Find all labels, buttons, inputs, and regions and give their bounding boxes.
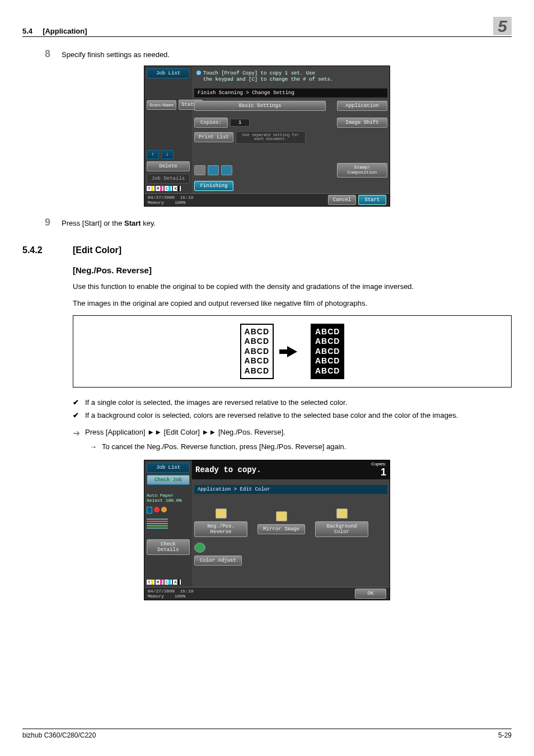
bullet-2: ✔ If a background color is selected, col… [73, 410, 512, 421]
bullet-1-text: If a single color is selected, the image… [85, 398, 347, 408]
arrow-right-icon: → [90, 442, 102, 452]
color-mode-icons [147, 507, 190, 514]
footer-page-num: 5-29 [498, 731, 512, 739]
step-8: 8 Specify finish settings as needed. [22, 48, 512, 60]
step-9: 9 Press [Start] or the Start key. [22, 217, 512, 228]
negpos-icon [216, 508, 227, 519]
job-list-button[interactable]: Job List [147, 463, 190, 473]
bullet-1: ✔ If a single color is selected, the ima… [73, 398, 512, 408]
footer-datetime: 04/27/2009 15:19 Memory 100% [148, 589, 194, 599]
finishing-icon-3 [221, 165, 232, 175]
subheading-negpos: [Neg./Pos. Reverse] [73, 265, 512, 275]
screenshot-finish-settings: Job List Scan/Name Status ↑ ↓ Delete Job… [144, 66, 390, 207]
hint-message: Touch [Proof Copy] to copy 1 set. Usethe… [194, 68, 387, 85]
paragraph-2: The images in the original are copied an… [73, 298, 512, 309]
info-icon [196, 71, 201, 75]
header-section-title: [Application] [43, 27, 87, 35]
stamp-composition-button[interactable]: Stamp/ Composition [337, 163, 387, 178]
footer-product: bizhub C360/C280/C220 [22, 731, 96, 739]
finishing-button[interactable]: Finishing [194, 181, 233, 191]
image-shift-button[interactable]: Image Shift [337, 118, 387, 128]
background-color-button[interactable]: Background Color [315, 521, 368, 537]
breadcrumb-bar: Application > Edit Color [194, 485, 387, 494]
mirror-image-button[interactable]: Mirror Image [257, 524, 305, 534]
check-icon: ✔ [73, 398, 85, 408]
color-adjust-icon [194, 543, 205, 553]
ymck-indicator: Y M C K [147, 186, 190, 191]
heading-title: [Edit Color] [73, 245, 121, 255]
procedure-text: Press [Application] ►► [Edit Color] ►► [… [85, 427, 285, 440]
mirror-icon [276, 511, 287, 521]
header-chapter-num: 5 [493, 17, 512, 35]
abcd-negative: ABCD ABCD ABCD ABCD ABCD [311, 324, 344, 380]
sort-label: Scan/Name [147, 100, 176, 110]
ymck-indicator: Y M C K [147, 580, 190, 585]
arrow-right-icon: ➔ [73, 427, 85, 440]
heading-5-4-2: 5.4.2 [Edit Color] [22, 245, 512, 255]
negpos-reverse-button[interactable]: Neg./Pos. Reverse [194, 521, 247, 537]
arrow-right-icon [287, 346, 297, 357]
screenshot-edit-color: Job List Check Job Auto Paper Select 100… [144, 460, 390, 600]
copies-value: 1 [230, 119, 250, 127]
auto-paper-label: Auto Paper Select 100.0% [147, 493, 190, 503]
bgcolor-icon [336, 508, 348, 519]
negpos-diagram: ABCD ABCD ABCD ABCD ABCD ABCD ABCD ABCD … [73, 315, 512, 388]
print-list-button[interactable]: Print List [194, 132, 233, 142]
job-list-button[interactable]: Job List [147, 68, 190, 78]
cancel-button[interactable]: Cancel [328, 195, 356, 205]
check-details-button[interactable]: Check Details [147, 539, 190, 555]
step-9-number: 9 [22, 217, 62, 228]
header-section-num: 5.4 [22, 27, 32, 35]
start-button[interactable]: Start [358, 195, 386, 205]
check-icon: ✔ [73, 410, 85, 421]
heading-number: 5.4.2 [22, 245, 73, 255]
page-footer: bizhub C360/C280/C220 5-29 [22, 729, 512, 739]
abcd-positive: ABCD ABCD ABCD ABCD ABCD [240, 324, 274, 380]
preview-lines-icon [147, 517, 168, 530]
finishing-icon-1 [194, 165, 205, 175]
footer-datetime: 04/27/2009 15:18 Memory 100% [148, 195, 194, 205]
color-adjust-button[interactable]: Color Adjust [194, 556, 242, 566]
delete-button[interactable]: Delete [147, 161, 190, 171]
step-8-text: Specify finish settings as needed. [62, 48, 512, 60]
paragraph-1: Use this function to enable the original… [73, 282, 512, 292]
job-details-button[interactable]: Job Details [147, 174, 190, 184]
check-job-button[interactable]: Check Job [147, 475, 190, 485]
finishing-icon-2 [208, 165, 219, 175]
ready-message: Ready to copy. [195, 465, 261, 474]
basic-settings-tab[interactable]: Basic Settings [194, 101, 326, 111]
procedure-subline: → To cancel the Neg./Pos. Reverse functi… [90, 442, 512, 452]
procedure-line: ➔ Press [Application] ►► [Edit Color] ►►… [73, 427, 512, 440]
bullet-2-text: If a background color is selected, color… [85, 410, 458, 421]
arrow-down-button[interactable]: ↓ [161, 150, 174, 159]
breadcrumb-bar: Finish Scanning > Change Setting [194, 88, 387, 97]
procedure-subtext: To cancel the Neg./Pos. Reverse function… [102, 442, 346, 452]
separate-setting-label: Use separate setting for each document. [236, 131, 306, 144]
step-9-text: Press [Start] or the Start key. [62, 217, 512, 228]
arrow-up-button[interactable]: ↑ [147, 150, 159, 159]
page-header: 5.4 [Application] 5 [22, 17, 512, 37]
copies-counter: Copies: 1 [371, 461, 386, 478]
copies-label: Copies: [194, 118, 228, 128]
step-8-number: 8 [22, 48, 62, 60]
application-tab[interactable]: Application [337, 101, 387, 111]
ok-button[interactable]: OK [355, 589, 386, 599]
